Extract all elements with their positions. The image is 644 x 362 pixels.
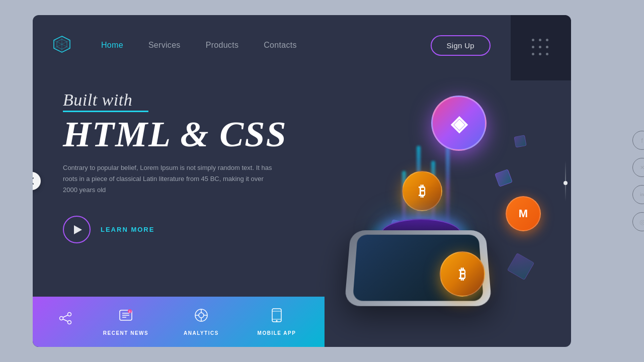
svg-text:3: 3 xyxy=(129,310,130,313)
ethereum-symbol: ◈ xyxy=(451,111,467,136)
social-sidebar: f ✕ in ◎ xyxy=(632,131,644,231)
linkedin-button[interactable]: in xyxy=(632,185,644,204)
dot xyxy=(539,46,541,48)
svg-point-5 xyxy=(68,312,71,316)
recent-news-icon: 3 xyxy=(118,308,133,326)
nav-links: Home Services Products Contacts xyxy=(101,41,431,50)
mobile-app-label: MOBILE APP xyxy=(258,330,296,336)
nav-home[interactable]: Home xyxy=(101,41,123,50)
twitter-icon: ✕ xyxy=(640,164,645,171)
play-icon xyxy=(74,225,82,234)
cta-row: LEARN MORE xyxy=(63,216,314,243)
bitcoin-symbol-top: ₿ xyxy=(419,183,426,200)
mobile-app-icon xyxy=(270,308,283,326)
analytics-item[interactable]: ANALYTICS xyxy=(164,308,239,336)
nav-products[interactable]: Products xyxy=(206,41,239,50)
svg-point-7 xyxy=(68,320,71,324)
dots-menu[interactable] xyxy=(532,39,550,57)
bitcoin-coin-top: ₿ xyxy=(402,171,442,211)
twitter-button[interactable]: ✕ xyxy=(632,158,644,177)
share-icon xyxy=(58,311,72,329)
bitcoin-symbol-bottom: ₿ xyxy=(459,266,466,283)
play-button[interactable] xyxy=(63,216,91,243)
facebook-icon: f xyxy=(641,137,643,144)
title-underline xyxy=(63,111,148,112)
mobile-app-item[interactable]: MOBILE APP xyxy=(239,308,314,336)
dot xyxy=(539,39,541,41)
svg-point-25 xyxy=(276,320,278,322)
svg-rect-22 xyxy=(272,309,281,322)
cube-2 xyxy=(495,169,513,187)
monero-coin: M xyxy=(506,196,541,231)
hero-description: Contrary to popular belief, Lorem Ipsum … xyxy=(63,162,274,196)
signup-button[interactable]: Sign Up xyxy=(431,35,491,56)
recent-news-label: RECENT NEWS xyxy=(103,330,148,336)
dot xyxy=(546,46,548,48)
analytics-label: ANALYTICS xyxy=(184,330,219,336)
facebook-button[interactable]: f xyxy=(632,131,644,150)
nav-services[interactable]: Services xyxy=(148,41,181,50)
hero-content: Built with HTML & CSS Contrary to popula… xyxy=(63,90,314,243)
dot xyxy=(532,46,534,48)
svg-line-8 xyxy=(63,315,68,317)
svg-line-9 xyxy=(63,319,68,321)
logo[interactable] xyxy=(53,35,71,55)
linkedin-icon: in xyxy=(640,192,644,197)
bottom-bar: 3 RECENT NEWS ANALYTICS xyxy=(33,297,325,347)
cube-3 xyxy=(507,253,535,281)
svg-point-17 xyxy=(199,313,204,318)
learn-more-button[interactable]: LEARN MORE xyxy=(101,226,154,233)
share-item[interactable] xyxy=(43,311,88,333)
instagram-button[interactable]: ◎ xyxy=(632,212,644,231)
cube-4 xyxy=(514,135,526,147)
bitcoin-coin-bottom: ₿ xyxy=(440,251,485,297)
main-card: Home Services Products Contacts Sign Up … xyxy=(33,15,571,347)
monero-symbol: M xyxy=(519,207,528,220)
ethereum-coin: ◈ xyxy=(431,96,487,151)
nav-contacts[interactable]: Contacts xyxy=(264,41,297,50)
instagram-icon: ◎ xyxy=(639,218,645,226)
built-with-text: Built with xyxy=(63,90,314,110)
dot xyxy=(546,39,548,41)
analytics-icon xyxy=(194,308,209,326)
hero-title: HTML & CSS xyxy=(63,116,314,152)
svg-point-6 xyxy=(60,316,63,320)
dot xyxy=(532,39,534,41)
scroll-dot xyxy=(564,181,568,185)
left-arrow-button[interactable] xyxy=(33,172,41,190)
recent-news-item[interactable]: 3 RECENT NEWS xyxy=(88,308,164,336)
